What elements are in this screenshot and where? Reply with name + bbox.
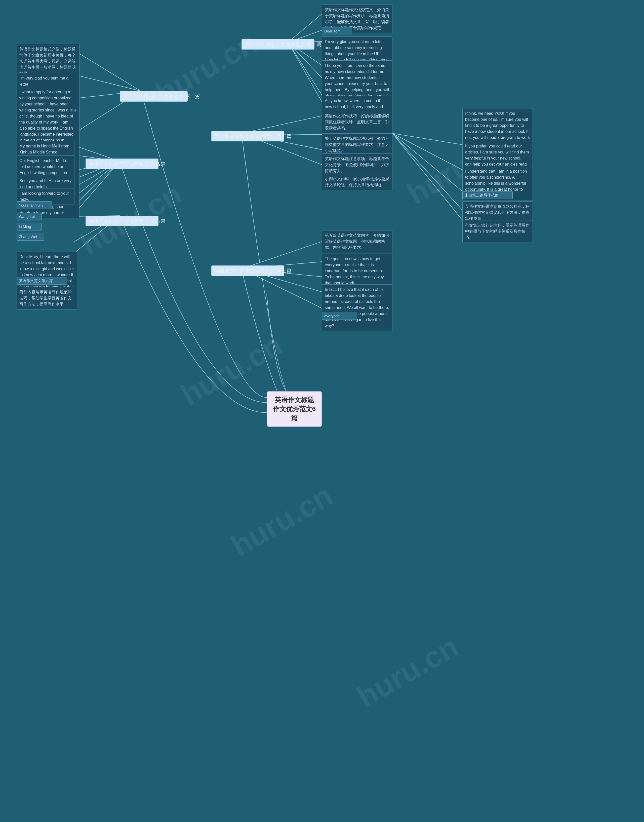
- central-node: 英语作文标题作文优秀范文6篇: [267, 391, 322, 427]
- b4-faithful: Yours faithfully: [17, 201, 52, 209]
- rs-node6: 范文第三篇补充内容，展示英语写作中标题与正文的呼应关系及写作技巧。: [462, 220, 533, 243]
- b4-wang: Wang Lei: [17, 213, 42, 221]
- rs-node4: 来自第三篇写作范例: [462, 191, 513, 199]
- b3-node3: 英语作文标题注意事项，标题要符合文化背景，避免使用冷僻词汇，力求简洁有力。: [322, 153, 393, 176]
- central-title: 英语作文标题作文优秀范文6篇: [273, 396, 316, 422]
- b6-node2: 英语作文范文第六篇: [17, 277, 67, 285]
- svg-line-6: [288, 42, 322, 102]
- svg-line-28: [241, 242, 322, 269]
- b3-node1: 英语作文写作技巧，好的标题能够瞬间抓住读者眼球，点明文章主旨，引发读者共鸣。: [322, 111, 393, 133]
- branch3-label: 英语作文标题作文优秀范文 第三篇: [211, 131, 284, 141]
- svg-line-16: [393, 133, 462, 170]
- b1-dear-tom: Dear Tom: [322, 27, 352, 35]
- branch2-label: 英语作文标题作文优秀范文 第二篇: [120, 91, 188, 102]
- b6-node3: 附加内容展示英语写作规范和技巧，帮助学生掌握英语作文写作方法，提高写作水平。: [17, 287, 77, 310]
- branch4-label: 英语作文标题作文优秀范文 第四篇: [86, 158, 158, 169]
- b3-node2: 关于英语作文标题写法示例，介绍不同类型文章的标题写作要求，注意大小写规范。: [322, 133, 393, 156]
- svg-line-19: [393, 133, 462, 220]
- b4-li: Li Ming: [17, 223, 42, 230]
- svg-line-15: [393, 133, 462, 145]
- svg-line-5: [288, 42, 322, 95]
- branch1-label: 英语作文标题作文优秀范文 第一篇: [241, 39, 314, 49]
- watermark-5: huru.cn: [225, 478, 338, 563]
- b3-node4: 示例正文内容，展示如何根据标题展开文章论述，保持文章结构清晰。: [322, 173, 393, 190]
- svg-line-17: [393, 133, 462, 191]
- svg-line-7: [78, 53, 141, 91]
- branch6-label: 英语作文标题作文优秀范文 第六篇: [86, 216, 158, 226]
- svg-line-8: [78, 75, 141, 91]
- svg-line-18: [393, 133, 462, 210]
- b5-everyone: everyone: [322, 312, 357, 320]
- b5-node1: 第五篇英语作文范文内容，介绍如何写好英语作文标题，包括标题的格式、内容和风格要求…: [322, 230, 393, 253]
- mindmap-container: huru.cn huru.cn huru.cn huru.cn huru.cn …: [0, 0, 644, 822]
- svg-line-0: [288, 14, 322, 42]
- watermark-6: huru.cn: [351, 629, 464, 714]
- b4-zhang: Zhang Wei: [17, 233, 44, 241]
- b4-node1: My name is Hong Meili from Xinhua Middle…: [17, 141, 74, 158]
- branch5-label: 英语作文标题作文优秀范文 第五篇: [211, 265, 284, 276]
- b5-node4: In fact, I believe that if each of us ta…: [322, 284, 393, 331]
